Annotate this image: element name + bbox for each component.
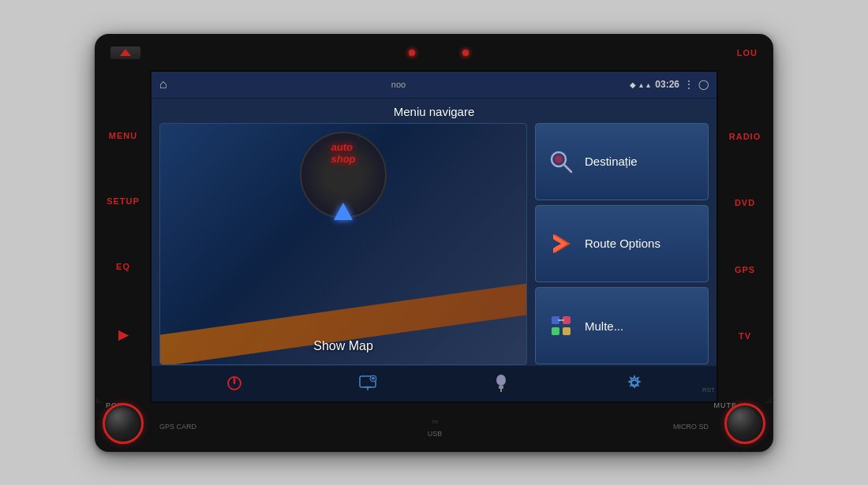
svg-rect-9 xyxy=(558,319,564,321)
route-options-button[interactable]: Route Options xyxy=(535,205,709,282)
screen: ⌂ noo ◆ ▴ ▴ 03:26 ⋮ ◯ Meniu navigare au xyxy=(150,70,718,403)
settings-toolbar-button[interactable] xyxy=(620,369,649,397)
svg-line-1 xyxy=(564,165,571,172)
usb-label: USB xyxy=(428,430,443,438)
usb-icon: ⎓ xyxy=(432,415,438,427)
bottom-panel: GPS CARD ⎓ USB MICRO SD xyxy=(96,403,772,450)
microsd-label: MICRO SD xyxy=(673,423,709,431)
mute-knob[interactable] xyxy=(724,403,765,444)
svg-rect-7 xyxy=(552,327,559,335)
wifi-icon: ▴ xyxy=(639,80,643,89)
status-bar: ◆ ▴ ▴ 03:26 ⋮ ◯ xyxy=(630,79,709,90)
status-icons: ◆ ▴ ▴ xyxy=(630,80,650,89)
clock: 03:26 xyxy=(655,79,679,90)
android-icon[interactable]: ◯ xyxy=(698,79,709,90)
svg-point-16 xyxy=(372,379,374,380)
puzzle-icon xyxy=(547,312,575,340)
map-preview[interactable]: autoshop Show Map xyxy=(159,123,527,365)
svg-marker-4 xyxy=(553,234,567,253)
top-strip: LOU xyxy=(96,35,772,70)
setup-button[interactable]: SETUP xyxy=(102,193,144,209)
power-toolbar-button[interactable] xyxy=(220,369,249,397)
multe-label: Multe... xyxy=(585,319,623,333)
route-icon xyxy=(547,229,575,258)
show-map-label: Show Map xyxy=(313,339,373,364)
top-led-left xyxy=(409,50,415,56)
bluetooth-icon: ◆ xyxy=(630,80,636,89)
side-panel-left: MENU SETUP EQ ▶ xyxy=(96,70,150,403)
home-icon[interactable]: ⌂ xyxy=(159,77,167,91)
map-logo: autoshop xyxy=(331,141,355,165)
next-button[interactable]: ▶ xyxy=(114,324,133,345)
menu-button[interactable]: MENU xyxy=(104,128,142,144)
search-icon xyxy=(547,147,575,176)
svg-rect-18 xyxy=(499,386,503,389)
lamp-toolbar-button[interactable] xyxy=(487,369,515,397)
usb-port: ⎓ USB xyxy=(428,415,443,438)
top-label: LOU xyxy=(737,48,758,58)
tv-button[interactable]: TV xyxy=(734,328,756,344)
svg-rect-8 xyxy=(563,327,571,335)
destinatie-label: Destinație xyxy=(585,155,638,168)
eject-button[interactable] xyxy=(110,47,140,59)
svg-point-2 xyxy=(555,155,563,163)
gps-card-port: GPS CARD xyxy=(159,423,196,431)
side-panel-right: RADIO DVD GPS TV xyxy=(718,70,772,403)
top-strip-center xyxy=(140,50,737,56)
nav-body: autoshop Show Map xyxy=(152,123,716,365)
svg-point-17 xyxy=(496,375,506,386)
gps-card-label: GPS CARD xyxy=(159,423,196,431)
nav-content: Meniu navigare autoshop Show Map xyxy=(152,99,716,365)
eq-button[interactable]: EQ xyxy=(111,259,135,274)
screen-toolbar xyxy=(152,365,716,401)
app-label: noo xyxy=(391,80,406,89)
volume-knob[interactable] xyxy=(103,403,144,444)
multe-button[interactable]: Multe... xyxy=(535,287,709,364)
rst-label: RST xyxy=(702,386,715,394)
nav-title: Meniu navigare xyxy=(152,99,716,123)
more-icon: ⋮ xyxy=(684,79,694,90)
screen-header: ⌂ noo ◆ ▴ ▴ 03:26 ⋮ ◯ xyxy=(152,72,716,99)
radio-button[interactable]: RADIO xyxy=(724,129,765,144)
head-unit: LOU MENU SETUP EQ ▶ RADIO DVD GPS TV ⌂ n… xyxy=(95,34,773,452)
eject-icon xyxy=(120,49,131,56)
dvd-button[interactable]: DVD xyxy=(730,195,760,211)
route-options-label: Route Options xyxy=(585,237,660,250)
nav-menu: Destinație Route Options xyxy=(535,123,709,365)
map-arrow xyxy=(334,203,353,220)
destinatie-button[interactable]: Destinație xyxy=(535,123,709,200)
microsd-port: MICRO SD xyxy=(673,423,709,431)
gps-button[interactable]: GPS xyxy=(730,262,760,278)
top-led-right xyxy=(462,50,469,56)
signal-icon: ▴ xyxy=(646,80,650,89)
map-wifi-toolbar-button[interactable] xyxy=(354,369,382,397)
